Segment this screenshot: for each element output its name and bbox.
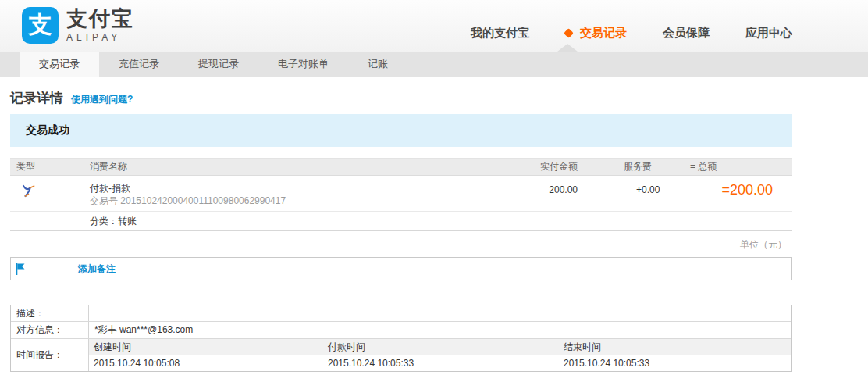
- transaction-type-cell: [10, 182, 90, 207]
- alipay-logo-icon: 支: [22, 7, 59, 44]
- description-label: 描述：: [11, 305, 89, 321]
- tab-e-statement[interactable]: 电子对账单: [258, 52, 348, 77]
- description-value: [89, 305, 791, 321]
- title-row: 记录详情 使用遇到问题?: [10, 89, 792, 107]
- main-content: 记录详情 使用遇到问题? 交易成功 类型 消费名称 实付金额 服务费 = 总额 …: [0, 89, 792, 372]
- transaction-table: 类型 消费名称 实付金额 服务费 = 总额 付款-捐款 交易号 20151024…: [10, 158, 792, 231]
- active-nav-pointer: [557, 44, 578, 52]
- top-nav: 我的支付宝 交易记录 会员保障 应用中心: [471, 26, 792, 41]
- table-row-counterparty: 对方信息： *彩丰 wan***@163.com: [11, 322, 791, 339]
- counterparty-label: 对方信息：: [11, 322, 89, 338]
- end-time-value: 2015.10.24 10:05:33: [564, 358, 791, 369]
- nav-item-member-protection[interactable]: 会员保障: [663, 26, 710, 41]
- category-row: 分类： 转账: [10, 211, 792, 231]
- alipay-logo-text: 支付宝 ALIPAY: [66, 8, 134, 42]
- nav-item-transaction-records[interactable]: 交易记录: [565, 26, 627, 41]
- swallow-transfer-icon: [21, 184, 37, 198]
- flag-icon: [15, 262, 26, 276]
- trade-number: 交易号 20151024200040011100980062990417: [90, 195, 528, 207]
- usage-problem-link[interactable]: 使用遇到问题?: [71, 93, 133, 106]
- created-time-value: 2015.10.24 10:05:08: [94, 358, 328, 369]
- paid-time-value: 2015.10.24 10:05:33: [328, 358, 564, 369]
- col-header-name: 消费名称: [90, 160, 528, 173]
- time-report-cell: 创建时间 付款时间 结束时间 2015.10.24 10:05:08 2015.…: [89, 339, 791, 371]
- created-time-header: 创建时间: [94, 341, 328, 354]
- nav-item-app-center[interactable]: 应用中心: [745, 26, 792, 41]
- status-text: 交易成功: [26, 123, 69, 137]
- logo-subtitle: ALIPAY: [66, 32, 134, 43]
- tab-transaction-records[interactable]: 交易记录: [20, 52, 99, 77]
- remark-box: 添加备注: [10, 257, 792, 280]
- transaction-name: 付款-捐款: [90, 182, 528, 195]
- end-time-header: 结束时间: [564, 341, 791, 354]
- time-report-header-row: 创建时间 付款时间 结束时间: [89, 339, 791, 355]
- alipay-logo[interactable]: 支 支付宝 ALIPAY: [22, 7, 134, 44]
- service-fee: +0.00: [621, 182, 687, 207]
- paid-time-header: 付款时间: [328, 341, 564, 354]
- nav-item-my-alipay[interactable]: 我的支付宝: [471, 26, 529, 41]
- tab-bookkeeping[interactable]: 记账: [348, 52, 407, 77]
- nav-item-label: 我的支付宝: [471, 26, 529, 41]
- col-header-paid: 实付金额: [528, 160, 621, 173]
- transaction-name-cell: 付款-捐款 交易号 201510242000400111009800629904…: [90, 182, 528, 207]
- transaction-row: 付款-捐款 交易号 201510242000400111009800629904…: [10, 176, 792, 211]
- details-table: 描述： 对方信息： *彩丰 wan***@163.com 时间报告： 创建时间 …: [10, 305, 792, 372]
- tab-withdraw-records[interactable]: 提现记录: [179, 52, 258, 77]
- nav-item-label: 会员保障: [663, 26, 710, 41]
- unit-note: 单位（元）: [10, 238, 792, 252]
- time-report-value-row: 2015.10.24 10:05:08 2015.10.24 10:05:33 …: [89, 355, 791, 371]
- counterparty-value: *彩丰 wan***@163.com: [89, 322, 791, 338]
- transaction-status-banner: 交易成功: [10, 114, 792, 147]
- trade-number-label: 交易号: [90, 195, 118, 206]
- nav-item-label: 交易记录: [580, 26, 627, 41]
- category-value: 转账: [118, 215, 137, 228]
- time-report-label: 时间报告：: [11, 339, 89, 371]
- paid-amount: 200.00: [528, 182, 621, 207]
- logo-title: 支付宝: [66, 8, 134, 30]
- transaction-table-header: 类型 消费名称 实付金额 服务费 = 总额: [10, 158, 792, 176]
- table-row-time-report: 时间报告： 创建时间 付款时间 结束时间 2015.10.24 10:05:08…: [11, 339, 791, 371]
- top-header: 支 支付宝 ALIPAY 我的支付宝 交易记录 会员保障 应用中心: [0, 0, 868, 52]
- active-nav-bullet-icon: [564, 28, 574, 38]
- table-row-description: 描述：: [11, 305, 791, 322]
- nav-item-label: 应用中心: [745, 26, 792, 41]
- category-label: 分类：: [90, 215, 118, 228]
- trade-number-value: 20151024200040011100980062990417: [120, 195, 286, 206]
- col-header-total: = 总额: [687, 160, 792, 173]
- records-tabbar: 交易记录 充值记录 提现记录 电子对账单 记账: [0, 52, 868, 77]
- tab-recharge-records[interactable]: 充值记录: [99, 52, 179, 77]
- page-title: 记录详情: [10, 89, 63, 107]
- total-amount: =200.00: [687, 182, 792, 207]
- col-header-fee: 服务费: [621, 160, 687, 173]
- col-header-type: 类型: [10, 160, 90, 173]
- add-remark-link[interactable]: 添加备注: [78, 262, 116, 276]
